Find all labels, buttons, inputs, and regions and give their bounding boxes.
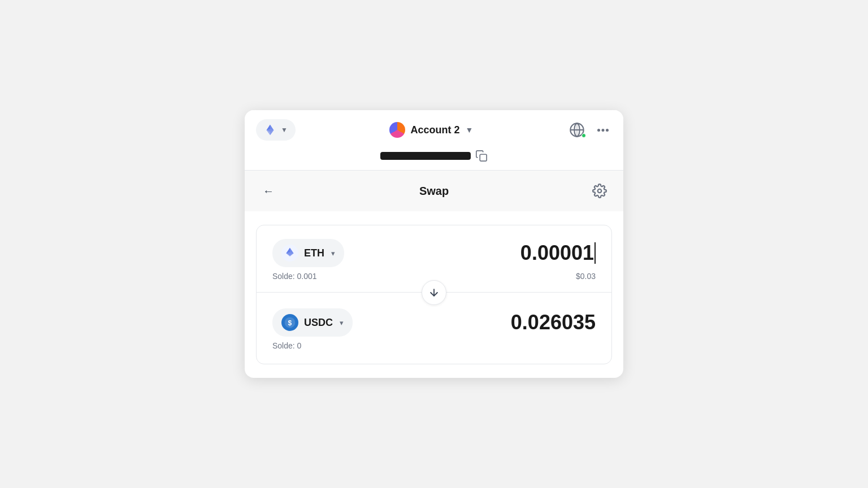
three-dots-icon <box>597 129 609 132</box>
from-token-row: ETH ▾ 0.00001 <box>272 239 596 267</box>
to-token-amount: 0.026035 <box>511 311 596 334</box>
svg-point-5 <box>601 129 604 132</box>
to-amount-value: 0.026035 <box>511 311 596 334</box>
to-token-selector[interactable]: $ USDC ▾ <box>272 308 353 337</box>
from-token-amount[interactable]: 0.00001 <box>520 241 596 265</box>
down-arrow-icon <box>428 287 440 298</box>
account-avatar <box>389 122 405 138</box>
svg-point-6 <box>597 129 600 132</box>
from-token-selector[interactable]: ETH ▾ <box>272 239 344 267</box>
swap-card: ETH ▾ 0.00001 Solde: 0.001 $0.03 <box>256 225 612 364</box>
svg-text:$: $ <box>288 319 292 327</box>
svg-point-4 <box>606 129 609 132</box>
settings-button[interactable] <box>589 181 610 201</box>
from-amount-value: 0.00001 <box>520 241 594 265</box>
from-token-chevron: ▾ <box>331 249 335 258</box>
network-status-button[interactable] <box>567 120 587 140</box>
svg-rect-7 <box>480 154 487 161</box>
to-balance-label: Solde: 0 <box>272 341 301 350</box>
network-selector[interactable]: ▼ <box>256 119 296 141</box>
svg-point-8 <box>598 189 602 193</box>
eth-network-icon <box>264 124 276 136</box>
copy-address-icon[interactable] <box>475 150 488 162</box>
more-options-button[interactable] <box>594 121 612 139</box>
from-balance-label: Solde: 0.001 <box>272 272 317 281</box>
to-token-chevron: ▾ <box>340 319 344 327</box>
from-balance-row: Solde: 0.001 $0.03 <box>272 272 596 281</box>
from-token-name: ETH <box>304 247 324 259</box>
to-balance-row: Solde: 0 <box>272 341 596 350</box>
account-chevron: ▼ <box>466 125 474 134</box>
text-cursor <box>594 242 596 264</box>
eth-token-icon <box>281 245 298 262</box>
swap-title: Swap <box>419 185 449 198</box>
top-bar: ▼ Account 2 ▼ <box>245 110 623 150</box>
to-token-row: $ USDC ▾ 0.026035 <box>272 308 596 337</box>
address-bar <box>245 150 623 170</box>
gear-icon <box>592 184 607 198</box>
account-selector[interactable]: Account 2 ▼ <box>389 122 474 138</box>
network-status-dot <box>581 133 586 138</box>
back-button[interactable]: ← <box>258 181 279 201</box>
wallet-container: ▼ Account 2 ▼ <box>245 110 623 378</box>
network-chevron: ▼ <box>281 126 288 134</box>
swap-direction-button[interactable] <box>422 280 446 305</box>
account-name: Account 2 <box>411 124 460 136</box>
from-usd-value: $0.03 <box>576 272 596 281</box>
swap-header: ← Swap <box>245 170 623 211</box>
to-token-name: USDC <box>304 317 333 329</box>
top-right-icons <box>567 120 612 140</box>
wallet-address-redacted <box>380 152 471 160</box>
usdc-token-icon: $ <box>281 314 298 331</box>
